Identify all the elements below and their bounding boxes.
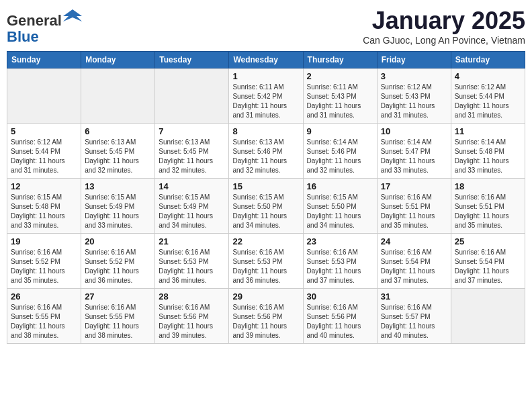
- calendar-cell: [155, 68, 229, 124]
- calendar-cell: 3Sunrise: 6:12 AM Sunset: 5:43 PM Daylig…: [377, 68, 451, 124]
- calendar-cell: 1Sunrise: 6:11 AM Sunset: 5:42 PM Daylig…: [229, 68, 303, 124]
- day-info: Sunrise: 6:16 AM Sunset: 5:55 PM Dayligh…: [11, 303, 77, 340]
- day-number: 24: [381, 236, 447, 246]
- day-number: 5: [11, 126, 77, 136]
- day-number: 17: [381, 181, 447, 191]
- weekday-header-wednesday: Wednesday: [229, 52, 303, 68]
- calendar-cell: 19Sunrise: 6:16 AM Sunset: 5:52 PM Dayli…: [7, 234, 81, 289]
- day-info: Sunrise: 6:16 AM Sunset: 5:55 PM Dayligh…: [85, 303, 151, 340]
- calendar-week-row: 19Sunrise: 6:16 AM Sunset: 5:52 PM Dayli…: [7, 234, 525, 289]
- calendar-cell: 14Sunrise: 6:15 AM Sunset: 5:49 PM Dayli…: [155, 179, 229, 234]
- calendar-cell: 22Sunrise: 6:16 AM Sunset: 5:53 PM Dayli…: [229, 234, 303, 289]
- day-number: 23: [307, 236, 373, 246]
- day-number: 18: [455, 181, 521, 191]
- day-info: Sunrise: 6:14 AM Sunset: 5:48 PM Dayligh…: [455, 138, 521, 175]
- day-number: 27: [85, 291, 151, 302]
- day-info: Sunrise: 6:13 AM Sunset: 5:45 PM Dayligh…: [159, 138, 225, 175]
- day-number: 15: [232, 181, 299, 191]
- day-number: 25: [455, 236, 521, 246]
- day-number: 19: [11, 236, 77, 246]
- calendar-cell: 2Sunrise: 6:11 AM Sunset: 5:43 PM Daylig…: [303, 68, 377, 124]
- calendar-cell: 20Sunrise: 6:16 AM Sunset: 5:52 PM Dayli…: [81, 234, 155, 289]
- day-info: Sunrise: 6:13 AM Sunset: 5:46 PM Dayligh…: [232, 138, 299, 175]
- day-number: 26: [11, 291, 77, 302]
- calendar-cell: 13Sunrise: 6:15 AM Sunset: 5:49 PM Dayli…: [81, 179, 155, 234]
- day-number: 11: [455, 126, 521, 136]
- calendar-cell: 6Sunrise: 6:13 AM Sunset: 5:45 PM Daylig…: [81, 124, 155, 179]
- day-number: 7: [159, 126, 225, 136]
- day-info: Sunrise: 6:12 AM Sunset: 5:44 PM Dayligh…: [11, 138, 77, 175]
- day-info: Sunrise: 6:16 AM Sunset: 5:53 PM Dayligh…: [232, 248, 299, 285]
- day-number: 2: [307, 71, 373, 81]
- day-number: 9: [307, 126, 373, 136]
- day-number: 31: [381, 291, 447, 302]
- calendar-cell: [7, 68, 81, 124]
- calendar-week-row: 26Sunrise: 6:16 AM Sunset: 5:55 PM Dayli…: [7, 289, 525, 344]
- weekday-header-tuesday: Tuesday: [155, 52, 229, 68]
- day-number: 30: [307, 291, 373, 302]
- calendar-cell: 23Sunrise: 6:16 AM Sunset: 5:53 PM Dayli…: [303, 234, 377, 289]
- day-info: Sunrise: 6:16 AM Sunset: 5:51 PM Dayligh…: [455, 193, 521, 230]
- calendar-cell: 11Sunrise: 6:14 AM Sunset: 5:48 PM Dayli…: [451, 124, 525, 179]
- calendar-week-row: 1Sunrise: 6:11 AM Sunset: 5:42 PM Daylig…: [7, 68, 525, 124]
- weekday-header-thursday: Thursday: [303, 52, 377, 68]
- logo-bird-icon: [63, 7, 82, 26]
- day-number: 29: [232, 291, 299, 302]
- month-title: January 2025: [363, 7, 525, 35]
- day-info: Sunrise: 6:16 AM Sunset: 5:56 PM Dayligh…: [232, 303, 299, 340]
- day-number: 6: [85, 126, 151, 136]
- day-info: Sunrise: 6:16 AM Sunset: 5:53 PM Dayligh…: [307, 248, 373, 285]
- calendar-cell: 8Sunrise: 6:13 AM Sunset: 5:46 PM Daylig…: [229, 124, 303, 179]
- calendar-cell: [81, 68, 155, 124]
- day-number: 16: [307, 181, 373, 191]
- calendar-week-row: 12Sunrise: 6:15 AM Sunset: 5:48 PM Dayli…: [7, 179, 525, 234]
- calendar-cell: 17Sunrise: 6:16 AM Sunset: 5:51 PM Dayli…: [377, 179, 451, 234]
- calendar-cell: 29Sunrise: 6:16 AM Sunset: 5:56 PM Dayli…: [229, 289, 303, 344]
- weekday-header-row: SundayMondayTuesdayWednesdayThursdayFrid…: [7, 52, 525, 68]
- calendar-week-row: 5Sunrise: 6:12 AM Sunset: 5:44 PM Daylig…: [7, 124, 525, 179]
- logo-general: General: [7, 12, 62, 29]
- calendar-cell: 31Sunrise: 6:16 AM Sunset: 5:57 PM Dayli…: [377, 289, 451, 344]
- day-info: Sunrise: 6:15 AM Sunset: 5:50 PM Dayligh…: [307, 193, 373, 230]
- calendar-cell: 24Sunrise: 6:16 AM Sunset: 5:54 PM Dayli…: [377, 234, 451, 289]
- day-info: Sunrise: 6:16 AM Sunset: 5:54 PM Dayligh…: [381, 248, 447, 285]
- day-info: Sunrise: 6:16 AM Sunset: 5:51 PM Dayligh…: [381, 193, 447, 230]
- day-number: 4: [455, 71, 521, 81]
- calendar-table: SundayMondayTuesdayWednesdayThursdayFrid…: [7, 51, 525, 344]
- day-info: Sunrise: 6:16 AM Sunset: 5:52 PM Dayligh…: [11, 248, 77, 285]
- weekday-header-saturday: Saturday: [451, 52, 525, 68]
- calendar-cell: 9Sunrise: 6:14 AM Sunset: 5:46 PM Daylig…: [303, 124, 377, 179]
- calendar-cell: 10Sunrise: 6:14 AM Sunset: 5:47 PM Dayli…: [377, 124, 451, 179]
- day-number: 22: [232, 236, 299, 246]
- title-block: January 2025 Can GJuoc, Long An Povince,…: [363, 7, 525, 46]
- calendar-cell: 4Sunrise: 6:12 AM Sunset: 5:44 PM Daylig…: [451, 68, 525, 124]
- day-number: 10: [381, 126, 447, 136]
- calendar-cell: 12Sunrise: 6:15 AM Sunset: 5:48 PM Dayli…: [7, 179, 81, 234]
- day-info: Sunrise: 6:15 AM Sunset: 5:49 PM Dayligh…: [159, 193, 225, 230]
- day-number: 3: [381, 71, 447, 81]
- weekday-header-sunday: Sunday: [7, 52, 81, 68]
- location-subtitle: Can GJuoc, Long An Povince, Vietnam: [363, 35, 525, 46]
- day-info: Sunrise: 6:16 AM Sunset: 5:56 PM Dayligh…: [159, 303, 225, 340]
- logo-blue: Blue: [7, 28, 39, 45]
- calendar-cell: 27Sunrise: 6:16 AM Sunset: 5:55 PM Dayli…: [81, 289, 155, 344]
- day-info: Sunrise: 6:16 AM Sunset: 5:52 PM Dayligh…: [85, 248, 151, 285]
- weekday-header-friday: Friday: [377, 52, 451, 68]
- day-info: Sunrise: 6:16 AM Sunset: 5:53 PM Dayligh…: [159, 248, 225, 285]
- day-info: Sunrise: 6:11 AM Sunset: 5:43 PM Dayligh…: [307, 83, 373, 120]
- page-header: General Blue January 2025 Can GJuoc, Lon…: [7, 7, 525, 46]
- calendar-cell: 26Sunrise: 6:16 AM Sunset: 5:55 PM Dayli…: [7, 289, 81, 344]
- day-info: Sunrise: 6:15 AM Sunset: 5:49 PM Dayligh…: [85, 193, 151, 230]
- calendar-cell: 7Sunrise: 6:13 AM Sunset: 5:45 PM Daylig…: [155, 124, 229, 179]
- day-info: Sunrise: 6:12 AM Sunset: 5:44 PM Dayligh…: [455, 83, 521, 120]
- day-number: 13: [85, 181, 151, 191]
- calendar-cell: 5Sunrise: 6:12 AM Sunset: 5:44 PM Daylig…: [7, 124, 81, 179]
- logo: General Blue: [7, 7, 82, 45]
- day-info: Sunrise: 6:14 AM Sunset: 5:47 PM Dayligh…: [381, 138, 447, 175]
- day-number: 14: [159, 181, 225, 191]
- day-number: 21: [159, 236, 225, 246]
- calendar-cell: 18Sunrise: 6:16 AM Sunset: 5:51 PM Dayli…: [451, 179, 525, 234]
- day-number: 20: [85, 236, 151, 246]
- day-number: 28: [159, 291, 225, 302]
- calendar-cell: [451, 289, 525, 344]
